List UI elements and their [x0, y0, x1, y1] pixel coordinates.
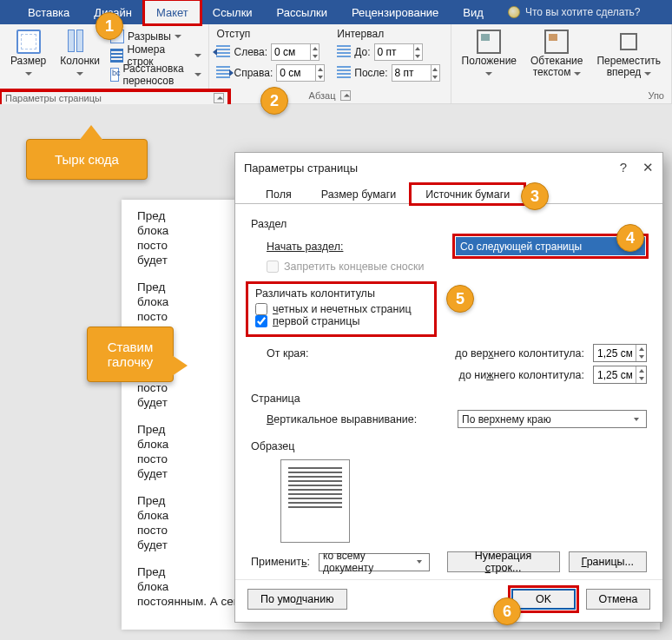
odd-even-checkbox[interactable] [255, 303, 267, 315]
default-button[interactable]: По умолчанию [247, 589, 347, 610]
chevron-down-icon [194, 54, 201, 57]
chevron-down-icon [194, 73, 201, 76]
header-distance-input[interactable] [594, 345, 636, 361]
bring-forward-icon [616, 30, 641, 54]
tell-me[interactable]: Что вы хотите сделать? [496, 0, 641, 24]
indent-title: Отступ [216, 28, 325, 40]
tab-layout[interactable]: Макет [144, 0, 201, 24]
hyphenation-button[interactable]: Расстановка переносов [110, 66, 201, 83]
first-page-label: ервой страницы [279, 315, 360, 327]
callout-click-here: Тырк сюда [26, 139, 148, 180]
bring-forward-button[interactable]: Переместить вперед [593, 28, 664, 89]
first-page-checkbox-row[interactable]: первой страницы [255, 315, 427, 327]
dialog-close-button[interactable]: ✕ [642, 160, 654, 175]
spacing-title: Интервал [337, 28, 439, 40]
position-button[interactable]: Положение [458, 28, 520, 89]
line-numbers-icon [110, 49, 123, 63]
spacing-before-input[interactable] [375, 46, 413, 58]
tab-view[interactable]: Вид [451, 0, 496, 24]
cancel-button[interactable]: Отмена [586, 589, 650, 610]
preview-title: Образец [251, 440, 647, 452]
chevron-down-icon [485, 72, 492, 76]
position-icon [477, 30, 501, 54]
page-setup-launcher-icon[interactable] [214, 93, 224, 103]
badge-5: 5 [446, 285, 474, 313]
tab-insert[interactable]: Вставка [16, 0, 82, 24]
line-numbers-button[interactable]: Номера строк [110, 47, 201, 64]
odd-even-checkbox-row[interactable]: четных и нечетных страниц [255, 303, 427, 315]
section-start-value: Со следующей страницы [460, 241, 582, 253]
from-edge-label: От края: [267, 347, 309, 360]
breaks-label: Разрывы [128, 30, 171, 43]
text-wrap-button[interactable]: Обтекание текстом [527, 28, 586, 89]
chevron-down-icon [76, 72, 83, 76]
tell-me-label: Что вы хотите сделать? [525, 6, 641, 18]
page-setup-label: Параметры страницы [5, 93, 102, 103]
first-page-checkbox[interactable] [255, 315, 267, 327]
spacing-before-spin[interactable] [374, 43, 423, 61]
indent-right-icon [216, 66, 230, 80]
indent-right-spin[interactable] [276, 64, 325, 82]
page-setup-dialog: Параметры страницы ? ✕ Поля Размер бумаг… [234, 152, 663, 623]
valign-combo[interactable]: По верхнему краю [458, 410, 647, 428]
spacing-after-input[interactable] [392, 67, 431, 79]
tab-mailings[interactable]: Рассылки [265, 0, 339, 24]
tab-fields[interactable]: Поля [251, 184, 306, 204]
badge-2: 2 [260, 87, 288, 115]
chevron-down-icon [25, 72, 32, 76]
dialog-title: Параметры страницы [244, 162, 358, 175]
chevron-down-icon [574, 72, 581, 76]
apply-to-combo[interactable]: ко всему документу [319, 553, 429, 571]
spacing-before-label: До: [354, 46, 370, 58]
line-numbers-dlg-button[interactable]: Нумерация строк... [447, 551, 560, 572]
tab-paper-source[interactable]: Источник бумаги [411, 184, 524, 204]
section-start-label: Начать раздел: [267, 241, 343, 253]
suppress-endnotes-checkbox [267, 261, 279, 273]
odd-even-label: етных и нечетных страниц [279, 303, 412, 315]
dialog-tabs: Поля Размер бумаги Источник бумаги [235, 182, 662, 204]
tab-paper-size[interactable]: Размер бумаги [306, 184, 412, 204]
tab-references[interactable]: Ссылки [201, 0, 265, 24]
size-label: Размер [10, 55, 46, 67]
spacing-before-icon [337, 45, 351, 59]
apply-to-value: ко всему документу [323, 550, 413, 574]
dialog-help-button[interactable]: ? [620, 160, 627, 175]
headers-footers-group: Различать колонтитулы четных и нечетных … [246, 281, 437, 337]
section-section-title: Раздел [251, 218, 647, 230]
paragraph-launcher-icon[interactable] [340, 90, 351, 101]
bring-forward-label: Переместить вперед [596, 55, 661, 78]
indent-right-input[interactable] [277, 67, 315, 79]
paragraph-group-label: Абзац [309, 90, 336, 101]
footer-distance-spin[interactable] [593, 366, 647, 384]
columns-icon [68, 30, 92, 54]
spacing-after-spin[interactable] [392, 64, 440, 82]
page-size-icon [16, 30, 41, 54]
headers-footers-title: Различать колонтитулы [255, 287, 427, 300]
indent-left-input[interactable] [272, 46, 310, 58]
indent-left-label: Слева: [234, 46, 267, 58]
ok-button[interactable]: OK [511, 589, 576, 610]
footer-distance-input[interactable] [594, 366, 636, 383]
indent-left-spin[interactable] [271, 43, 320, 61]
hyphenation-icon [110, 68, 119, 82]
spacing-after-icon [337, 66, 351, 80]
callout-check-box: Ставим галочку [87, 327, 174, 382]
indent-right-label: Справа: [234, 67, 273, 79]
badge-3: 3 [521, 182, 549, 210]
badge-1: 1 [96, 12, 123, 40]
tab-review[interactable]: Рецензирование [339, 0, 451, 24]
hyphenation-label: Расстановка переносов [122, 63, 191, 87]
size-button[interactable]: Размер [7, 28, 49, 89]
breaks-button[interactable]: Разрывы [110, 28, 201, 45]
header-distance-spin[interactable] [593, 344, 647, 362]
chevron-down-icon [175, 35, 181, 38]
lightbulb-icon [508, 6, 520, 18]
badge-6: 6 [493, 597, 521, 625]
position-label: Положение [462, 55, 517, 67]
text-wrap-icon [544, 30, 569, 54]
preview-icon [280, 459, 350, 543]
borders-button[interactable]: Границы... [569, 551, 647, 572]
badge-4: 4 [616, 224, 644, 252]
chevron-down-icon [644, 72, 651, 76]
columns-button[interactable]: Колонки [56, 28, 103, 89]
